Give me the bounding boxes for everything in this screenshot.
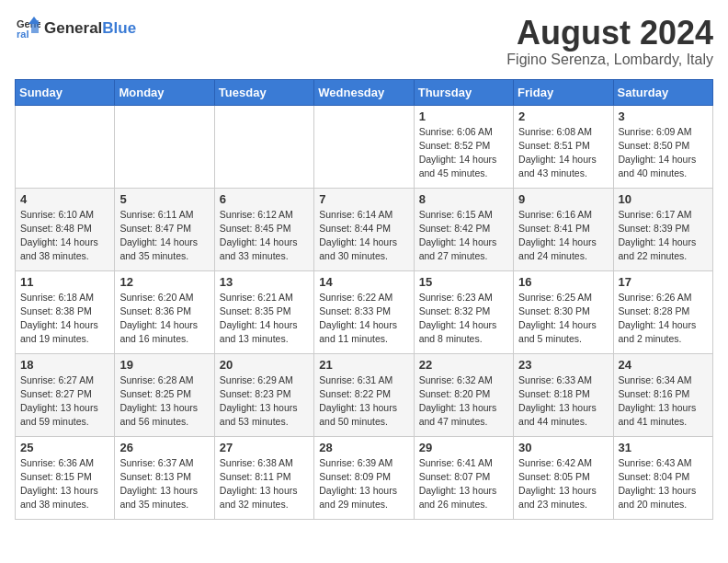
calendar-cell: 11Sunrise: 6:18 AM Sunset: 8:38 PM Dayli… bbox=[16, 270, 115, 353]
day-number: 23 bbox=[518, 358, 608, 372]
weekday-header-friday: Friday bbox=[514, 79, 613, 105]
day-number: 18 bbox=[20, 358, 109, 372]
day-number: 1 bbox=[419, 109, 508, 123]
day-number: 24 bbox=[619, 358, 708, 372]
calendar-cell: 5Sunrise: 6:11 AM Sunset: 8:47 PM Daylig… bbox=[115, 188, 214, 270]
day-info: Sunrise: 6:06 AM Sunset: 8:52 PM Dayligh… bbox=[419, 125, 508, 181]
day-number: 4 bbox=[20, 192, 109, 206]
calendar-cell: 9Sunrise: 6:16 AM Sunset: 8:41 PM Daylig… bbox=[514, 188, 613, 270]
calendar-cell: 12Sunrise: 6:20 AM Sunset: 8:36 PM Dayli… bbox=[115, 270, 214, 353]
day-info: Sunrise: 6:39 AM Sunset: 8:09 PM Dayligh… bbox=[319, 456, 408, 512]
weekday-header-sunday: Sunday bbox=[16, 79, 115, 105]
calendar-cell: 28Sunrise: 6:39 AM Sunset: 8:09 PM Dayli… bbox=[314, 436, 414, 519]
day-number: 2 bbox=[518, 109, 608, 123]
day-info: Sunrise: 6:15 AM Sunset: 8:42 PM Dayligh… bbox=[419, 208, 508, 264]
calendar-cell: 3Sunrise: 6:09 AM Sunset: 8:50 PM Daylig… bbox=[613, 105, 712, 188]
calendar-cell: 30Sunrise: 6:42 AM Sunset: 8:05 PM Dayli… bbox=[514, 436, 613, 519]
day-number: 12 bbox=[119, 275, 209, 289]
day-info: Sunrise: 6:21 AM Sunset: 8:35 PM Dayligh… bbox=[220, 291, 309, 347]
calendar-cell: 17Sunrise: 6:26 AM Sunset: 8:28 PM Dayli… bbox=[613, 270, 712, 353]
day-info: Sunrise: 6:20 AM Sunset: 8:36 PM Dayligh… bbox=[119, 291, 209, 347]
day-number: 6 bbox=[220, 192, 309, 206]
day-info: Sunrise: 6:10 AM Sunset: 8:48 PM Dayligh… bbox=[20, 208, 109, 264]
day-info: Sunrise: 6:32 AM Sunset: 8:20 PM Dayligh… bbox=[419, 373, 508, 430]
calendar-cell: 29Sunrise: 6:41 AM Sunset: 8:07 PM Dayli… bbox=[414, 436, 513, 519]
day-info: Sunrise: 6:22 AM Sunset: 8:33 PM Dayligh… bbox=[319, 291, 408, 347]
day-info: Sunrise: 6:17 AM Sunset: 8:39 PM Dayligh… bbox=[619, 208, 708, 264]
day-number: 14 bbox=[319, 275, 408, 289]
day-info: Sunrise: 6:09 AM Sunset: 8:50 PM Dayligh… bbox=[619, 125, 708, 181]
day-number: 16 bbox=[518, 275, 608, 289]
weekday-header-monday: Monday bbox=[115, 79, 214, 105]
day-number: 25 bbox=[20, 441, 109, 454]
logo-blue-text: Blue bbox=[102, 19, 136, 37]
calendar-cell: 7Sunrise: 6:14 AM Sunset: 8:44 PM Daylig… bbox=[314, 188, 414, 270]
day-info: Sunrise: 6:12 AM Sunset: 8:45 PM Dayligh… bbox=[220, 208, 309, 264]
calendar-cell: 21Sunrise: 6:31 AM Sunset: 8:22 PM Dayli… bbox=[314, 353, 414, 436]
calendar-cell: 18Sunrise: 6:27 AM Sunset: 8:27 PM Dayli… bbox=[16, 353, 115, 436]
day-number: 7 bbox=[319, 192, 408, 206]
day-info: Sunrise: 6:23 AM Sunset: 8:32 PM Dayligh… bbox=[419, 291, 508, 347]
calendar-cell: 26Sunrise: 6:37 AM Sunset: 8:13 PM Dayli… bbox=[115, 436, 214, 519]
day-info: Sunrise: 6:27 AM Sunset: 8:27 PM Dayligh… bbox=[20, 373, 109, 430]
day-number: 17 bbox=[619, 275, 708, 289]
calendar-cell: 16Sunrise: 6:25 AM Sunset: 8:30 PM Dayli… bbox=[514, 270, 613, 353]
weekday-header-thursday: Thursday bbox=[414, 79, 513, 105]
day-info: Sunrise: 6:11 AM Sunset: 8:47 PM Dayligh… bbox=[119, 208, 209, 264]
day-number: 10 bbox=[619, 192, 708, 206]
day-number: 22 bbox=[419, 358, 508, 372]
day-info: Sunrise: 6:08 AM Sunset: 8:51 PM Dayligh… bbox=[518, 125, 608, 181]
calendar-cell: 10Sunrise: 6:17 AM Sunset: 8:39 PM Dayli… bbox=[613, 188, 712, 270]
day-info: Sunrise: 6:29 AM Sunset: 8:23 PM Dayligh… bbox=[220, 373, 309, 430]
calendar-cell: 2Sunrise: 6:08 AM Sunset: 8:51 PM Daylig… bbox=[514, 105, 613, 188]
day-info: Sunrise: 6:38 AM Sunset: 8:11 PM Dayligh… bbox=[220, 456, 309, 512]
calendar-cell bbox=[314, 105, 414, 188]
calendar-cell: 15Sunrise: 6:23 AM Sunset: 8:32 PM Dayli… bbox=[414, 270, 513, 353]
day-info: Sunrise: 6:28 AM Sunset: 8:25 PM Dayligh… bbox=[119, 373, 209, 430]
day-info: Sunrise: 6:33 AM Sunset: 8:18 PM Dayligh… bbox=[518, 373, 608, 430]
calendar-cell: 25Sunrise: 6:36 AM Sunset: 8:15 PM Dayli… bbox=[16, 436, 115, 519]
logo-general-text: General bbox=[44, 19, 102, 37]
calendar-cell: 24Sunrise: 6:34 AM Sunset: 8:16 PM Dayli… bbox=[613, 353, 712, 436]
weekday-header-saturday: Saturday bbox=[613, 79, 712, 105]
day-info: Sunrise: 6:18 AM Sunset: 8:38 PM Dayligh… bbox=[20, 291, 109, 347]
calendar-cell bbox=[16, 105, 115, 188]
calendar-cell: 20Sunrise: 6:29 AM Sunset: 8:23 PM Dayli… bbox=[214, 353, 313, 436]
day-info: Sunrise: 6:41 AM Sunset: 8:07 PM Dayligh… bbox=[419, 456, 508, 512]
day-info: Sunrise: 6:34 AM Sunset: 8:16 PM Dayligh… bbox=[619, 373, 708, 430]
day-info: Sunrise: 6:26 AM Sunset: 8:28 PM Dayligh… bbox=[619, 291, 708, 347]
weekday-header-wednesday: Wednesday bbox=[314, 79, 414, 105]
day-number: 20 bbox=[220, 358, 309, 372]
day-info: Sunrise: 6:14 AM Sunset: 8:44 PM Dayligh… bbox=[319, 208, 408, 264]
day-info: Sunrise: 6:16 AM Sunset: 8:41 PM Dayligh… bbox=[518, 208, 608, 264]
calendar-cell: 6Sunrise: 6:12 AM Sunset: 8:45 PM Daylig… bbox=[214, 188, 313, 270]
logo: Gene ral GeneralBlue bbox=[15, 15, 136, 40]
day-number: 3 bbox=[619, 109, 708, 123]
month-title: August 2024 bbox=[506, 15, 713, 52]
calendar-cell: 27Sunrise: 6:38 AM Sunset: 8:11 PM Dayli… bbox=[214, 436, 313, 519]
day-info: Sunrise: 6:37 AM Sunset: 8:13 PM Dayligh… bbox=[119, 456, 209, 512]
day-number: 19 bbox=[119, 358, 209, 372]
weekday-header-tuesday: Tuesday bbox=[214, 79, 313, 105]
day-number: 9 bbox=[518, 192, 608, 206]
logo-icon: Gene ral bbox=[15, 15, 40, 40]
calendar-cell: 31Sunrise: 6:43 AM Sunset: 8:04 PM Dayli… bbox=[613, 436, 712, 519]
title-area: August 2024 Figino Serenza, Lombardy, It… bbox=[506, 15, 713, 68]
calendar-cell: 19Sunrise: 6:28 AM Sunset: 8:25 PM Dayli… bbox=[115, 353, 214, 436]
day-number: 28 bbox=[319, 441, 408, 454]
calendar-cell: 22Sunrise: 6:32 AM Sunset: 8:20 PM Dayli… bbox=[414, 353, 513, 436]
day-number: 26 bbox=[119, 441, 209, 454]
calendar-cell bbox=[214, 105, 313, 188]
day-info: Sunrise: 6:36 AM Sunset: 8:15 PM Dayligh… bbox=[20, 456, 109, 512]
location-title: Figino Serenza, Lombardy, Italy bbox=[506, 52, 713, 68]
day-number: 29 bbox=[419, 441, 508, 454]
day-number: 8 bbox=[419, 192, 508, 206]
calendar-cell bbox=[115, 105, 214, 188]
calendar-cell: 8Sunrise: 6:15 AM Sunset: 8:42 PM Daylig… bbox=[414, 188, 513, 270]
calendar-cell: 1Sunrise: 6:06 AM Sunset: 8:52 PM Daylig… bbox=[414, 105, 513, 188]
day-number: 27 bbox=[220, 441, 309, 454]
calendar-cell: 14Sunrise: 6:22 AM Sunset: 8:33 PM Dayli… bbox=[314, 270, 414, 353]
day-info: Sunrise: 6:25 AM Sunset: 8:30 PM Dayligh… bbox=[518, 291, 608, 347]
day-number: 21 bbox=[319, 358, 408, 372]
day-info: Sunrise: 6:42 AM Sunset: 8:05 PM Dayligh… bbox=[518, 456, 608, 512]
